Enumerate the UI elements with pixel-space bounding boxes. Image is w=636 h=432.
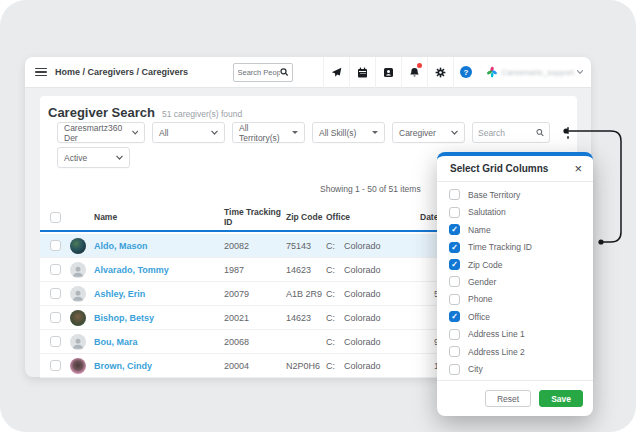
grid-column-option[interactable]: Phone: [449, 291, 581, 308]
grid-column-option[interactable]: ✓ Time Tracking ID: [449, 238, 581, 255]
grid-columns-menu-button[interactable]: [563, 125, 573, 141]
caregiver-name-link[interactable]: Bishop, Betsy: [94, 313, 224, 323]
zip-code-cell: 14623: [286, 313, 326, 323]
column-label: Phone: [468, 294, 493, 304]
notification-badge: [417, 63, 422, 68]
row-checkbox[interactable]: [50, 360, 61, 371]
chevron-down-icon: [577, 70, 583, 74]
caret-down-icon: [372, 131, 378, 134]
column-checkbox[interactable]: ✓: [449, 259, 460, 270]
column-checkbox[interactable]: [449, 346, 460, 357]
hamburger-icon[interactable]: [35, 68, 47, 77]
column-header-name[interactable]: Name: [94, 212, 224, 222]
grid-column-option[interactable]: City: [449, 361, 581, 378]
showing-items-label: Showing 1 - 50 of 51 items: [320, 184, 421, 194]
column-header-zip-code[interactable]: Zip Code: [286, 212, 326, 222]
caregiver-name-link[interactable]: Ashley, Erin: [94, 289, 224, 299]
column-checkbox[interactable]: [449, 364, 460, 375]
people-search-input[interactable]: [238, 68, 281, 77]
grid-column-option[interactable]: Address Line 1: [449, 326, 581, 343]
chevron-down-icon: [451, 130, 458, 135]
column-label: Address Line 2: [468, 347, 525, 357]
filter-search-input[interactable]: [478, 128, 536, 138]
person-type-select[interactable]: Caregiver: [392, 122, 465, 143]
close-icon[interactable]: ×: [574, 162, 582, 175]
column-checkbox[interactable]: [449, 329, 460, 340]
caregiver-name-link[interactable]: Aldo, Mason: [94, 241, 224, 251]
time-tracking-id-cell: 20004: [224, 361, 286, 371]
category-select[interactable]: All: [152, 122, 225, 143]
save-button[interactable]: Save: [539, 390, 583, 407]
caregiver-name-link[interactable]: Brown, Cindy: [94, 361, 224, 371]
calendar-button[interactable]: [349, 57, 375, 88]
brand-logo: [485, 65, 499, 79]
column-label: Salutation: [468, 207, 506, 217]
notifications-button[interactable]: [401, 57, 427, 88]
chevron-down-icon: [132, 130, 138, 135]
filter-search-box[interactable]: [472, 122, 550, 143]
column-checkbox[interactable]: [449, 276, 460, 287]
office-cell: C:Colorado: [326, 241, 406, 251]
row-checkbox[interactable]: [50, 288, 61, 299]
popup-title: Select Grid Columns: [450, 163, 548, 174]
territory-select[interactable]: All Territory(s): [232, 122, 305, 143]
chevron-down-icon: [211, 130, 218, 135]
agency-select[interactable]: Caresmartz360 Der: [57, 122, 145, 143]
gear-icon: [435, 67, 446, 78]
row-checkbox[interactable]: [50, 240, 61, 251]
grid-column-option[interactable]: Gender: [449, 273, 581, 290]
contacts-button[interactable]: [375, 57, 401, 88]
column-checkbox[interactable]: [449, 294, 460, 305]
help-button[interactable]: ?: [453, 57, 479, 88]
person-icon: [71, 264, 85, 278]
column-header-office[interactable]: Office: [326, 212, 406, 222]
top-navbar: Home / Caregivers / Caregivers: [25, 57, 591, 88]
bell-icon: [409, 67, 420, 78]
caregiver-name-link[interactable]: Alvarado, Tommy: [94, 265, 224, 275]
grid-column-option[interactable]: Salutation: [449, 203, 581, 220]
column-checkbox[interactable]: [449, 207, 460, 218]
user-menu[interactable]: Caresmartz_support: [485, 65, 583, 79]
column-checkbox[interactable]: [449, 189, 460, 200]
search-icon: [280, 67, 288, 77]
settings-button[interactable]: [427, 57, 453, 88]
search-icon: [536, 128, 544, 137]
column-label: Name: [468, 225, 491, 235]
grid-column-option[interactable]: ✓ Office: [449, 308, 581, 325]
column-checkbox[interactable]: ✓: [449, 224, 460, 235]
grid-column-option[interactable]: ✓ Name: [449, 221, 581, 238]
row-checkbox[interactable]: [50, 336, 61, 347]
office-cell: C:Colorado: [326, 337, 406, 347]
time-tracking-id-cell: 20021: [224, 313, 286, 323]
chevron-down-icon: [116, 155, 123, 160]
grid-column-option[interactable]: Base Territory: [449, 186, 581, 203]
column-label: Base Territory: [468, 190, 520, 200]
avatar: [70, 238, 86, 254]
quick-send-button[interactable]: [323, 57, 349, 88]
column-label: Office: [468, 312, 490, 322]
avatar: [70, 262, 86, 278]
office-cell: C:Colorado: [326, 361, 406, 371]
row-checkbox[interactable]: [50, 312, 61, 323]
column-checkbox[interactable]: ✓: [449, 242, 460, 253]
breadcrumb[interactable]: Home / Caregivers / Caregivers: [55, 67, 188, 77]
avatar: [70, 334, 86, 350]
grid-columns-list: Base Territory Salutation ✓ Name ✓ Time …: [437, 182, 593, 380]
select-grid-columns-popup: Select Grid Columns × Base Territory Sal…: [437, 152, 593, 416]
select-all-checkbox[interactable]: [50, 212, 61, 223]
row-checkbox[interactable]: [50, 264, 61, 275]
caregiver-name-link[interactable]: Bou, Mara: [94, 337, 224, 347]
column-header-time-tracking-id[interactable]: Time Tracking ID: [224, 207, 286, 227]
column-label: City: [468, 364, 483, 374]
grid-column-option[interactable]: Address Line 2: [449, 343, 581, 360]
skills-select[interactable]: All Skill(s): [312, 122, 385, 143]
reset-button[interactable]: Reset: [485, 390, 531, 407]
column-checkbox[interactable]: ✓: [449, 311, 460, 322]
page-background: Home / Caregivers / Caregivers: [0, 0, 636, 432]
status-select[interactable]: Active: [57, 147, 130, 168]
help-icon: ?: [460, 66, 472, 78]
avatar: [70, 358, 86, 374]
people-search-box[interactable]: [233, 63, 293, 82]
username-label: Caresmartz_support: [502, 68, 574, 77]
grid-column-option[interactable]: ✓ Zip Code: [449, 256, 581, 273]
